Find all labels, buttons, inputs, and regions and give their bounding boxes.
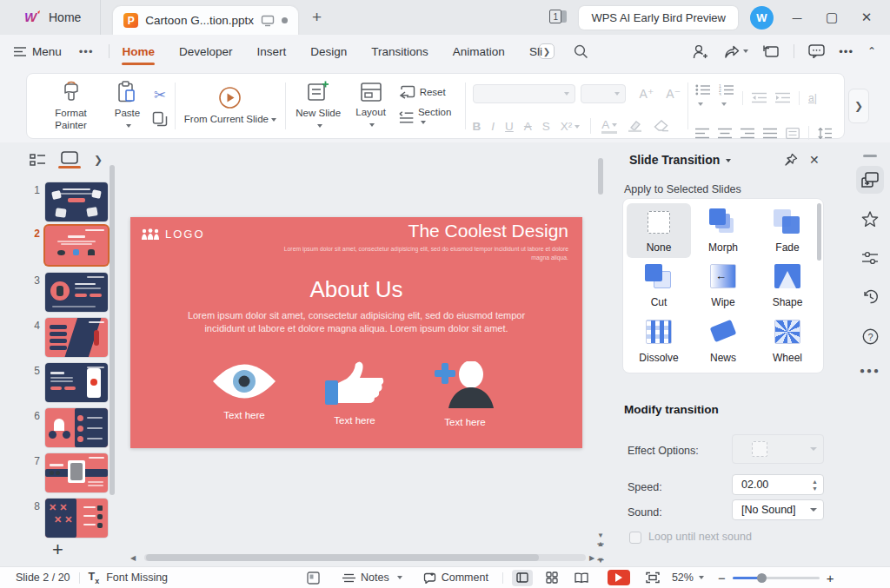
menubar-more-button[interactable]: ••• [839,45,853,58]
decrease-indent-button[interactable] [752,92,767,103]
expand-pane-chevron[interactable]: ❯ [94,154,103,166]
window-stack-badge[interactable]: 1 [549,10,567,25]
close-panel-icon[interactable]: ✕ [809,153,820,167]
reset-button[interactable]: Reset [398,85,458,99]
layout-button[interactable]: Layout [353,82,389,131]
tab-home[interactable]: Home [110,35,167,68]
quick-access-more-button[interactable]: ••• [79,45,94,58]
zoom-slider-handle[interactable] [757,573,767,583]
home-tab[interactable]: W Home [12,0,101,35]
line-spacing-button[interactable] [818,128,832,139]
copy-icon[interactable] [152,111,168,127]
tab-slideshow-truncated[interactable]: Sli [517,35,546,68]
effect-fade[interactable]: Fade [755,203,820,258]
slide-canvas[interactable]: LOGO The Coolest Design Lorem ipsum dolo… [130,217,582,448]
task-pane-icon[interactable] [307,571,320,585]
zoom-dropdown-chevron[interactable] [699,576,704,579]
menu-button[interactable]: Menu [14,45,62,58]
align-center-button[interactable] [718,128,732,139]
reading-view-button[interactable] [571,570,592,586]
slide-3-thumbnail[interactable] [45,273,108,312]
superscript-button[interactable]: X² [561,120,581,133]
zoom-slider[interactable] [733,577,820,579]
new-tab-button[interactable]: + [312,8,322,27]
tab-transitions[interactable]: Transitions [359,35,441,68]
slide-4-thumbnail[interactable] [45,318,108,357]
effect-options-select[interactable] [732,434,824,464]
ribbon-expand-button[interactable]: ❯ [848,89,869,123]
bold-button[interactable]: B [473,120,482,133]
document-tab[interactable]: P Cartoon G...tion.pptx [113,6,298,35]
effect-news[interactable]: News [691,314,755,368]
justify-button[interactable] [763,128,777,139]
rail-help-icon[interactable]: ? [856,322,884,350]
zoom-out-button[interactable]: − [718,571,726,585]
italic-button[interactable]: I [491,120,495,133]
speed-stepper[interactable]: ▲▼ [812,479,818,492]
cut-icon[interactable]: ✂ [154,86,166,104]
tab-design[interactable]: Design [298,35,359,68]
share-user-icon[interactable] [693,44,709,59]
effect-shape[interactable]: Shape [755,258,820,313]
effect-none[interactable]: None [627,203,691,258]
align-right-button[interactable] [741,128,754,139]
fit-to-window-icon[interactable] [646,571,660,584]
canvas-vertical-scrollbar[interactable] [598,158,603,195]
effect-dissolve[interactable]: Dissolve [627,314,691,368]
font-size-select[interactable] [581,84,626,103]
bullet-list-button[interactable] [695,84,710,111]
rail-object-properties-icon[interactable] [856,244,884,272]
font-color-button[interactable]: A [601,118,617,134]
rail-history-icon[interactable] [856,282,884,310]
zoom-percent[interactable]: 52% [672,571,694,584]
highlight-color-button[interactable] [628,120,643,132]
comment-bubble-icon[interactable] [808,44,825,58]
underline-button[interactable]: U [505,120,514,133]
wps-ai-button[interactable]: WPS AI Early Bird Preview [579,6,738,30]
search-icon[interactable] [574,44,588,59]
save-to-docs-icon[interactable] [762,44,780,58]
font-missing-label[interactable]: Font Missing [106,571,168,584]
increase-indent-button[interactable] [775,92,790,103]
tab-developer[interactable]: Developer [167,35,245,68]
numbered-list-button[interactable]: 123 [719,84,734,111]
font-family-select[interactable] [473,84,575,103]
notes-button[interactable]: Notes [342,571,402,584]
effect-wipe[interactable]: ← Wipe [691,258,755,313]
distribute-text-button[interactable] [786,128,800,139]
clear-format-button[interactable] [654,120,669,132]
pin-icon[interactable] [784,153,798,167]
text-direction-button[interactable]: a| [808,92,817,104]
rail-more-icon[interactable]: ●●● [860,366,880,375]
effect-wheel[interactable]: Wheel [755,314,820,368]
slide-2-thumbnail-selected[interactable] [45,226,108,265]
increase-font-button[interactable]: A⁺ [640,87,654,101]
thumbnail-pane-scrollbar[interactable] [110,165,115,495]
slide-6-thumbnail[interactable] [45,408,108,447]
new-slide-button[interactable]: New Slide [293,81,344,132]
previous-slide-button[interactable]: ▲▔ [594,542,607,551]
add-slide-button[interactable]: + [52,538,63,561]
rail-transition-icon[interactable] [856,166,884,194]
outline-view-icon[interactable] [30,154,45,166]
slide-1-thumbnail[interactable] [45,182,108,221]
wps-account-icon[interactable]: W [750,6,774,30]
slide-5-thumbnail[interactable] [45,363,108,402]
char-spacing-button[interactable]: A [524,120,532,133]
speed-input[interactable]: 02.00 ▲▼ [732,474,824,495]
effect-cut[interactable]: Cut [627,258,691,313]
minimize-button[interactable]: ─ [786,10,808,25]
format-painter-button[interactable]: Format Painter [39,81,103,132]
tab-animation[interactable]: Animation [441,35,517,68]
paste-button[interactable]: Paste [111,81,143,132]
slide-7-thumbnail[interactable] [45,453,108,492]
loop-sound-checkbox[interactable] [629,532,641,544]
maximize-button[interactable]: ▢ [820,10,843,25]
scroll-right-arrow[interactable]: ▶ [589,554,600,562]
comment-button[interactable]: Comment [423,571,488,584]
transition-panel-title[interactable]: Slide Transition [629,153,731,167]
close-button[interactable]: ✕ [855,10,878,25]
align-left-button[interactable] [695,128,709,139]
section-button[interactable]: Section [398,107,458,128]
slide-sorter-view-button[interactable] [541,570,562,586]
